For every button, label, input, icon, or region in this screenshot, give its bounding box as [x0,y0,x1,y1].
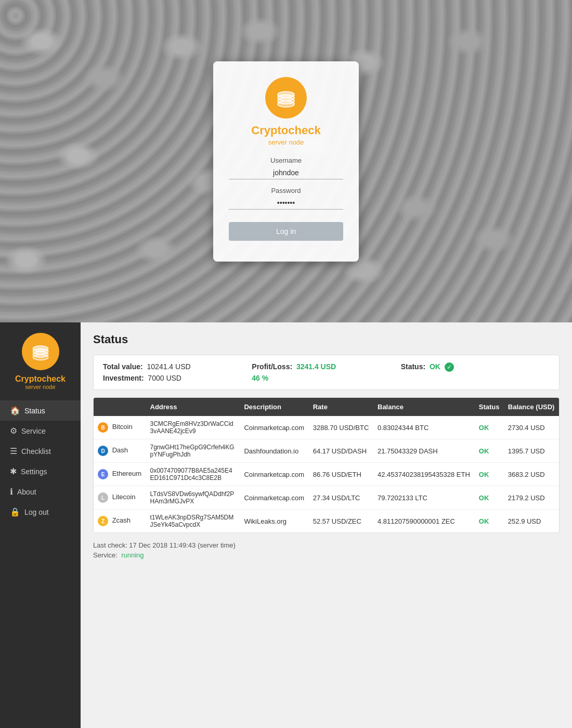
table-row: D Dash 7gnwGHt17heGpG9Crfeh4KGpYNFugPhJd… [94,439,559,463]
coin-cell: D Dash [94,439,146,463]
sidebar-item-logout[interactable]: 🔒 Log out [0,502,81,522]
col-description: Description [240,398,308,416]
coin-name: Zcash [112,517,131,525]
address-cell: 0x0074709077B8AE5a245E4ED161C971Dc4c3C8E… [146,463,240,486]
balance-usd-cell: 2179.2 USD [504,486,559,510]
sidebar: Cryptocheck server node 🏠 Status ⚙ Servi… [0,322,81,728]
address-cell: 7gnwGHt17heGpG9Crfeh4KGpYNFugPhJdh [146,439,240,463]
main-content: Status Total value: 10241.4 USD Profit/L… [81,322,572,728]
coin-cell: E Ethereum [94,463,146,486]
col-rate: Rate [309,398,373,416]
coin-name: Bitcoin [112,423,133,431]
page-title: Status [93,333,560,346]
balance-usd-cell: 1395.7 USD [504,439,559,463]
status-cell: OK [475,510,504,533]
status-cell: OK [475,439,504,463]
status-summary: Total value: 10241.4 USD Profit/Loss: 32… [93,355,560,390]
sidebar-item-status[interactable]: 🏠 Status [0,400,81,421]
last-check: Last check: 17 Dec 2018 11:49:43 (server… [93,541,560,549]
coin-icon: D [98,446,108,456]
username-label: Username [229,157,343,164]
rate-cell: 27.34 USD/LTC [309,486,373,510]
address-cell: LTdsVS8VDw6sywfQADdhf2PHAm3rMGJvPX [146,486,240,510]
settings-icon: ✱ [10,466,17,476]
login-app-name: Cryptocheck [251,124,320,137]
crypto-table-wrap: Address Description Rate Balance Status … [93,397,560,533]
coin-icon: B [98,422,108,433]
status-cell: OK [475,463,504,486]
lock-icon: 🔒 [10,507,20,517]
coin-name: Ethereum [112,470,141,478]
table-row: L Litecoin LTdsVS8VDw6sywfQADdhf2PHAm3rM… [94,486,559,510]
table-row: Z Zcash t1WLeAK3npDSRg7SAM5DMJSeYk45aCvp… [94,510,559,533]
rate-cell: 3288.70 USD/BTC [309,416,373,439]
total-value: Total value: 10241.4 USD [103,362,252,372]
coin-icon: Z [98,516,108,526]
login-card: Cryptocheck server node Username Passwor… [213,61,359,262]
username-input[interactable] [229,166,343,179]
crypto-table: Address Description Rate Balance Status … [94,398,559,532]
gear-icon: ⚙ [10,426,17,436]
col-address: Address [146,398,240,416]
balance-cell: 79.7202133 LTC [373,486,475,510]
sidebar-item-settings[interactable]: ✱ Settings [0,461,81,482]
coin-cell: Z Zcash [94,510,146,533]
balance-cell: 4.811207590000001 ZEC [373,510,475,533]
rate-cell: 64.17 USD/DASH [309,439,373,463]
sidebar-label-about: About [17,488,36,496]
balance-cell: 21.75043329 DASH [373,439,475,463]
balance-usd-cell: 2730.4 USD [504,416,559,439]
description-cell: Dashfoundation.io [240,439,308,463]
checkmark-icon: ✓ [445,362,454,372]
coin-name: Litecoin [112,493,136,501]
sidebar-item-checklist[interactable]: ☰ Checklist [0,441,81,461]
password-label: Password [229,187,343,194]
col-balance: Balance [373,398,475,416]
app-section: Cryptocheck server node 🏠 Status ⚙ Servi… [0,322,572,728]
description-cell: WikiLeaks.org [240,510,308,533]
investment: Investment: 7000 USD [103,374,252,382]
info-icon: ℹ [10,487,13,497]
sidebar-logo [22,333,59,370]
coin-cell: B Bitcoin [94,416,146,439]
svg-point-14 [33,346,48,352]
sidebar-nav: 🏠 Status ⚙ Service ☰ Checklist ✱ Setting… [0,400,81,522]
service-footer: Service: running [93,551,560,559]
sidebar-item-service[interactable]: ⚙ Service [0,421,81,441]
login-section: Cryptocheck server node Username Passwor… [0,0,572,322]
rate-cell: 52.57 USD/ZEC [309,510,373,533]
coin-icon: E [98,469,108,479]
profit-pct: 46 % [252,374,400,382]
login-button[interactable]: Log in [229,222,343,241]
list-icon: ☰ [10,446,17,456]
home-icon: 🏠 [10,406,20,415]
status-cell: OK [475,416,504,439]
col-icon [94,398,146,416]
sidebar-subtitle: server node [25,384,55,390]
status-cell: OK [475,486,504,510]
sidebar-label-logout: Log out [24,508,49,516]
sidebar-label-checklist: Checklist [21,447,51,456]
sidebar-item-about[interactable]: ℹ About [0,482,81,502]
description-cell: Coinmarketcap.com [240,463,308,486]
password-input[interactable] [229,197,343,210]
rate-cell: 86.76 USD/ETH [309,463,373,486]
table-row: E Ethereum 0x0074709077B8AE5a245E4ED161C… [94,463,559,486]
balance-usd-cell: 252.9 USD [504,510,559,533]
profit-loss: Profit/Loss: 3241.4 USD [252,362,400,372]
address-cell: 3CMCRgEm8HVz3DrWaCCid3vAANE42jcEv9 [146,416,240,439]
sidebar-label-status: Status [24,407,45,415]
svg-point-7 [278,92,294,98]
col-balance-usd: Balance (USD) [504,398,559,416]
login-logo [265,77,307,119]
coin-icon: L [98,492,108,503]
address-cell: t1WLeAK3npDSRg7SAM5DMJSeYk45aCvpcdX [146,510,240,533]
balance-usd-cell: 3683.2 USD [504,463,559,486]
sidebar-label-service: Service [21,427,46,435]
sidebar-app-name: Cryptocheck [15,374,66,384]
coin-cell: L Litecoin [94,486,146,510]
table-row: B Bitcoin 3CMCRgEm8HVz3DrWaCCid3vAANE42j… [94,416,559,439]
description-cell: Coinmarketcap.com [240,416,308,439]
balance-cell: 42.453740238195435328 ETH [373,463,475,486]
coin-name: Dash [112,447,128,454]
